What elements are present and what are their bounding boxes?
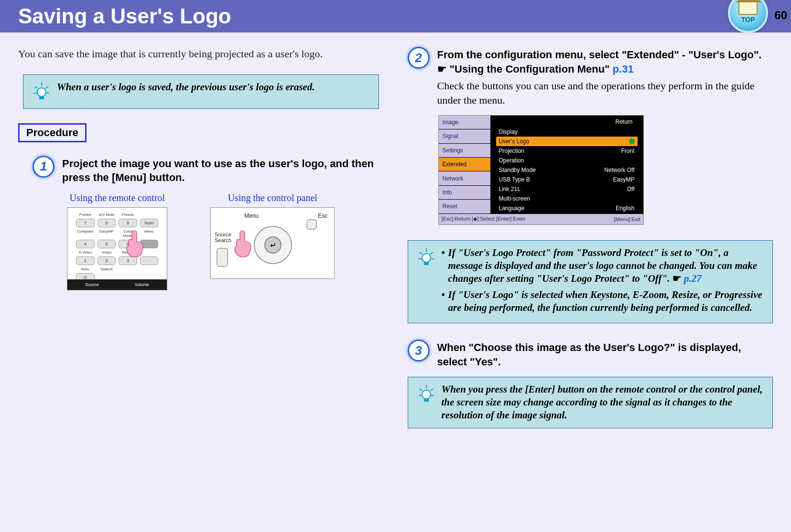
control-panel-image: Menu Esc Source Search ↵: [210, 207, 335, 279]
page-header: Saving a User's Logo TOP 60: [0, 0, 791, 32]
panel-column: Using the control panel Menu Esc Source …: [210, 192, 335, 292]
menu-tab: Info: [439, 186, 490, 200]
remote-fn-label: Computer: [76, 229, 95, 238]
right-column: 2 From the configuration menu, select "E…: [408, 47, 773, 443]
top-label: TOP: [741, 16, 755, 23]
menu-screenshot: Image Signal Settings Extended Network I…: [438, 115, 644, 225]
menu-tab-active: Extended: [439, 158, 490, 171]
panel-label: Using the control panel: [210, 192, 335, 203]
svg-point-0: [37, 88, 46, 96]
menu-tab: Image: [439, 116, 490, 129]
menu-guide-left: [Esc]:Return [◆]:Select [Enter]:Enter: [442, 216, 526, 222]
remote-button: 3: [119, 256, 137, 265]
remote-fn-label: Search: [98, 267, 116, 271]
menu-row: Standby ModeNetwork Off: [496, 165, 638, 175]
step-2: 2 From the configuration menu, select "E…: [408, 47, 773, 107]
svg-point-6: [422, 254, 431, 262]
enter-indicator-icon: [629, 138, 635, 144]
control-illustration-row: Using the remote control Pointer A/V Mut…: [18, 192, 384, 292]
svg-line-2: [35, 86, 37, 88]
panel-esc-button: [306, 219, 317, 230]
remote-fn-label: Auto: [76, 267, 95, 271]
remote-fn-label: EasyMP: [98, 229, 116, 238]
menu-tab: Signal: [439, 129, 490, 143]
svg-line-9: [431, 252, 433, 254]
svg-line-14: [420, 389, 422, 391]
panel-source-label: Source Search: [215, 232, 231, 243]
menu-row: Operation: [496, 156, 638, 165]
remote-fn-label: Pointer: [76, 213, 95, 217]
menu-tab: Settings: [439, 144, 490, 158]
tip2-bullet-2: • If "User's Logo" is selected when Keys…: [442, 288, 764, 315]
lightbulb-icon: [32, 82, 51, 103]
remote-fn-label: Video: [98, 250, 116, 255]
step-2-text: From the configuration menu, select "Ext…: [437, 47, 773, 107]
tip2-b2-text: If "User's Logo" is selected when Keysto…: [448, 288, 764, 315]
step-3: 3 When "Choose this image as the User's …: [408, 340, 773, 369]
intro-text: You can save the image that is currently…: [18, 47, 384, 61]
remote-button: 8: [98, 219, 116, 227]
panel-menu-label: Menu: [244, 213, 259, 219]
pointer-icon: ☛: [672, 273, 682, 284]
step-2-text-a: From the configuration menu, select "Ext…: [437, 49, 762, 61]
tip1-text: When a user's logo is saved, the previou…: [57, 81, 315, 94]
remote-button: 7: [76, 219, 95, 227]
svg-line-15: [431, 389, 433, 391]
step-badge-3: 3: [408, 340, 430, 362]
tip2-text: • If "User's Logo Protect" from "Passwor…: [442, 246, 764, 317]
menu-row: Link 21LOff: [496, 184, 638, 194]
step-badge-1: 1: [33, 156, 54, 178]
menu-tab: Reset: [439, 200, 490, 213]
svg-line-3: [46, 86, 48, 88]
page-number: 60: [774, 9, 787, 22]
menu-sidebar: Image Signal Settings Extended Network I…: [439, 116, 490, 214]
step-badge-2: 2: [408, 47, 430, 69]
remote-button: 4: [76, 240, 95, 248]
tip-box-3: When you press the [Enter] button on the…: [408, 377, 773, 428]
pointing-hand-icon: [233, 229, 253, 257]
remote-volume-label: Volume: [135, 282, 149, 287]
bullet-icon: •: [442, 246, 448, 286]
menu-row: Display: [496, 127, 638, 137]
lightbulb-icon: [417, 247, 436, 268]
step-3-text: When "Choose this image as the User's Lo…: [437, 340, 773, 369]
home-icon: [738, 2, 758, 15]
menu-main-panel: Return Display User's Logo ProjectionFro…: [490, 116, 643, 214]
tip-box-1: When a user's logo is saved, the previou…: [23, 74, 379, 109]
remote-button: [140, 256, 159, 265]
tip2-b1-text: If "User's Logo Protect" from "Password …: [448, 247, 758, 285]
svg-point-12: [422, 390, 431, 399]
remote-control-image: Pointer A/V Mute Freeze 7 8 9 Num Comput…: [67, 207, 167, 290]
panel-side-button: [217, 248, 228, 267]
remote-button: 2: [98, 256, 116, 265]
menu-row: USB Type BEasyMP: [496, 175, 638, 184]
procedure-heading: Procedure: [18, 123, 87, 142]
step-1: 1 Project the image you want to use as t…: [18, 156, 384, 185]
tip-box-2: • If "User's Logo Protect" from "Passwor…: [408, 240, 773, 323]
pointer-icon: ☛: [437, 63, 447, 75]
link-p27[interactable]: p.27: [684, 273, 702, 284]
left-column: You can save the image that is currently…: [18, 47, 384, 443]
remote-fn-label: Freeze: [119, 213, 137, 217]
menu-guide-bar: [Esc]:Return [◆]:Select [Enter]:Enter [M…: [439, 214, 643, 224]
menu-row: LanguageEnglish: [496, 203, 638, 213]
svg-line-8: [420, 252, 422, 254]
remote-column: Using the remote control Pointer A/V Mut…: [67, 192, 167, 292]
menu-row: Multi-screen: [496, 194, 638, 203]
step-2-text-b: "Using the Configuration Menu": [447, 63, 613, 75]
remote-button: Num: [140, 219, 159, 227]
remote-fn-label: A/V Mute: [98, 213, 116, 217]
remote-button: 5: [98, 240, 116, 248]
remote-button: 1: [76, 256, 95, 265]
menu-row-highlighted: User's Logo: [496, 137, 638, 146]
bullet-icon: •: [442, 288, 448, 315]
menu-row: ProjectionFront: [496, 146, 638, 156]
link-p31[interactable]: p.31: [613, 63, 634, 75]
pointing-hand-icon: [125, 229, 145, 257]
page-title: Saving a User's Logo: [18, 4, 231, 28]
tip3-text: When you press the [Enter] button on the…: [442, 383, 764, 422]
menu-return-label: Return: [496, 118, 638, 127]
top-button[interactable]: TOP: [728, 0, 768, 33]
menu-tab: Network: [439, 171, 490, 185]
panel-esc-label: Esc: [318, 213, 327, 219]
